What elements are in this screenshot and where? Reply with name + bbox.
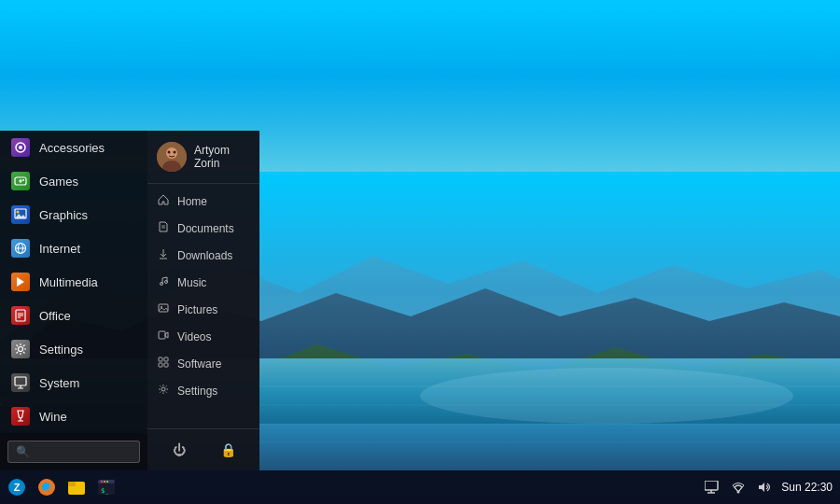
network-icon[interactable] (729, 478, 748, 497)
menu-label-system: System (39, 376, 79, 390)
right-nav-icon-pictures (157, 302, 170, 316)
svg-point-60 (104, 481, 105, 483)
menu-item-system[interactable]: System (0, 366, 147, 399)
lock-button[interactable]: 🔒 (215, 437, 241, 463)
svg-point-42 (165, 281, 168, 284)
svg-point-27 (19, 347, 23, 352)
right-nav-settings[interactable]: Settings (147, 377, 259, 404)
right-nav-label-settings: Settings (177, 385, 217, 398)
right-nav: Home Documents Downloads Music Pictures … (147, 184, 259, 428)
menu-icon-system (11, 373, 30, 392)
power-button[interactable]: ⏻ (166, 437, 192, 463)
right-panel-bottom: ⏻ 🔒 (147, 428, 259, 470)
menu-item-graphics[interactable]: Graphics (0, 198, 147, 231)
svg-point-10 (420, 368, 793, 424)
menu-label-multimedia: Multimedia (39, 275, 98, 289)
right-nav-home[interactable]: Home (147, 188, 259, 215)
svg-point-50 (161, 387, 165, 391)
menu-label-wine: Wine (39, 410, 67, 424)
right-nav-videos[interactable]: Videos (147, 323, 259, 350)
taskbar-icon-zorin-menu[interactable]: Z (4, 474, 30, 500)
right-nav-icon-software (157, 357, 170, 371)
menu-items: Accessories Games Graphics Internet Mult… (0, 131, 147, 433)
right-nav-label-music: Music (177, 276, 206, 289)
menu-item-settings[interactable]: Settings (0, 332, 147, 366)
menu-icon-graphics (11, 205, 30, 224)
menu-item-multimedia[interactable]: Multimedia (0, 265, 147, 299)
taskbar-icon-terminal[interactable]: $_ (93, 474, 119, 500)
menu-label-accessories: Accessories (39, 141, 105, 155)
svg-point-37 (174, 151, 176, 154)
svg-rect-49 (164, 363, 168, 367)
clock: Sun 22:30 (781, 481, 833, 494)
svg-rect-56 (68, 482, 76, 486)
menu-label-settings: Settings (39, 343, 83, 357)
taskbar-icon-files[interactable] (63, 474, 90, 500)
menu-item-internet[interactable]: Internet (0, 231, 147, 265)
svg-point-18 (17, 211, 20, 214)
svg-marker-67 (759, 483, 764, 492)
menu-item-accessories[interactable]: Accessories (0, 131, 147, 164)
menu-item-office[interactable]: Office (0, 299, 147, 332)
svg-point-36 (168, 151, 171, 154)
svg-point-59 (101, 481, 103, 483)
menu-label-office: Office (39, 309, 71, 323)
svg-point-16 (22, 179, 24, 181)
right-nav-label-downloads: Downloads (177, 249, 232, 262)
svg-rect-28 (15, 377, 26, 385)
taskbar-right: Sun 22:30 (695, 478, 840, 497)
right-nav-icon-music (157, 275, 170, 289)
menu-label-graphics: Graphics (39, 208, 88, 222)
svg-point-41 (161, 283, 163, 286)
right-nav-music[interactable]: Music (147, 269, 259, 296)
menu-item-games[interactable]: Games (0, 164, 147, 198)
taskbar-left: Z$_ (0, 474, 123, 500)
right-nav-label-software: Software (177, 357, 221, 371)
username: Artyom Zorin (194, 144, 250, 170)
start-menu: Accessories Games Graphics Internet Mult… (0, 131, 259, 470)
search-input[interactable] (7, 441, 140, 463)
menu-icon-office (11, 306, 30, 325)
menu-label-internet: Internet (39, 242, 80, 256)
right-nav-icon-downloads (157, 248, 170, 262)
svg-rect-46 (159, 357, 162, 361)
menu-icon-internet (11, 239, 30, 258)
right-panel: Artyom Zorin Home Documents Downloads Mu… (147, 131, 259, 470)
menu-icon-wine (11, 407, 30, 426)
right-nav-pictures[interactable]: Pictures (147, 296, 259, 323)
taskbar-icon-firefox[interactable] (34, 474, 60, 500)
right-nav-icon-home (157, 194, 170, 208)
right-nav-icon-videos (157, 329, 170, 343)
taskbar: Z$_ Sun 22:30 (0, 470, 840, 504)
left-panel: Accessories Games Graphics Internet Mult… (0, 131, 147, 470)
menu-item-wine[interactable]: Wine (0, 399, 147, 433)
svg-rect-43 (159, 304, 168, 312)
screen-icon[interactable] (703, 478, 721, 497)
svg-point-61 (106, 481, 108, 483)
right-nav-label-documents: Documents (177, 222, 234, 235)
svg-rect-48 (159, 363, 162, 367)
desktop: Accessories Games Graphics Internet Mult… (0, 0, 840, 504)
svg-rect-63 (705, 481, 718, 490)
avatar (157, 142, 187, 172)
right-nav-label-videos: Videos (177, 330, 211, 343)
menu-icon-accessories (11, 138, 30, 157)
svg-text:$_: $_ (101, 487, 109, 495)
right-nav-documents[interactable]: Documents (147, 215, 259, 242)
menu-icon-games (11, 172, 30, 190)
right-nav-icon-documents (157, 221, 170, 235)
menu-icon-multimedia (11, 273, 30, 291)
right-nav-software[interactable]: Software (147, 350, 259, 377)
menu-label-games: Games (39, 175, 78, 189)
volume-icon[interactable] (755, 478, 774, 497)
svg-point-66 (737, 491, 740, 494)
menu-icon-settings (11, 340, 30, 358)
svg-rect-47 (164, 357, 168, 361)
svg-point-12 (19, 146, 22, 149)
right-nav-downloads[interactable]: Downloads (147, 242, 259, 269)
user-section[interactable]: Artyom Zorin (147, 131, 259, 184)
right-nav-icon-settings (157, 384, 170, 398)
svg-rect-45 (159, 331, 165, 339)
search-bar (0, 433, 147, 470)
right-nav-label-pictures: Pictures (177, 303, 217, 316)
